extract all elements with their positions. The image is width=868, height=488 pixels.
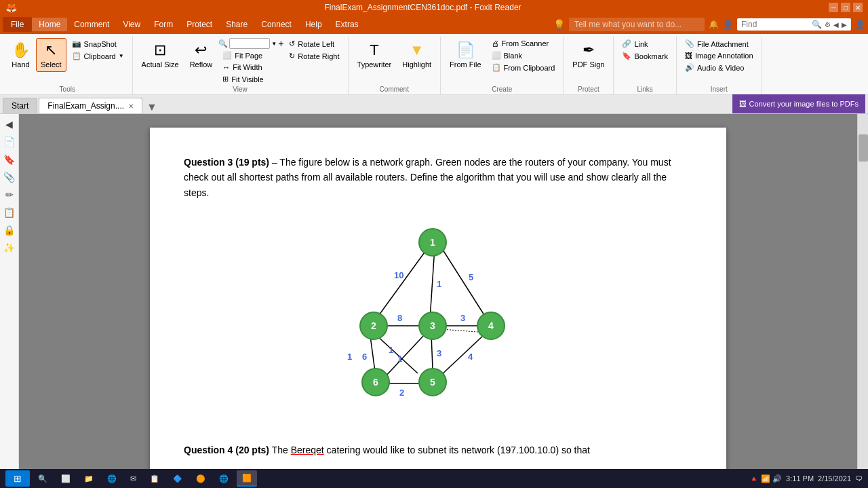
panel-btn-6[interactable]: 🔒 [2, 223, 17, 238]
convert-banner[interactable]: 🖼 Convert your image files to PDFs [732, 94, 865, 113]
question3-text: Question 3 (19 pts) – The figure below i… [184, 155, 692, 200]
taskbar-time: 3:11 PM [786, 474, 814, 483]
taskbar-chrome[interactable]: 🌐 [214, 470, 234, 487]
fit-page-button[interactable]: ⬜ Fit Page [218, 50, 283, 61]
zoom-dropdown-icon[interactable]: ▼ [271, 41, 277, 47]
taskbar-edge[interactable]: 🌐 [102, 470, 122, 487]
question4-text: Question 4 (20 pts) The Bereqet catering… [184, 445, 692, 455]
from-clipboard-button[interactable]: 📋 From Clipboard [488, 62, 559, 73]
tab-doc-label: FinalExam_Assign.... [47, 101, 124, 111]
svg-text:4: 4 [468, 352, 473, 362]
notification-icon[interactable]: 🔔 [709, 20, 719, 29]
protect-menu[interactable]: Protect [180, 18, 219, 31]
tab-dropdown-icon[interactable]: ▼ [144, 101, 160, 113]
zoom-input[interactable]: 158.09% [229, 38, 270, 49]
user-icon[interactable]: 👤 [723, 20, 733, 29]
rotate-right-button[interactable]: ↻ Rotate Right [285, 50, 343, 62]
rotate-col: ↺ Rotate Left ↻ Rotate Right [285, 38, 343, 62]
snapshot-button[interactable]: 📷 SnapShot [68, 38, 128, 50]
fit-visible-button[interactable]: ⊞ Fit Visible [218, 73, 283, 85]
zoom-control: 🔍 158.09% ▼ + [218, 38, 283, 49]
taskbar-task-view[interactable]: ⬜ [56, 470, 76, 487]
panel-btn-2[interactable]: 🔖 [2, 152, 17, 167]
taskbar-firefox[interactable]: 🟠 [191, 470, 211, 487]
reflow-button[interactable]: ↩ Reflow [185, 38, 218, 72]
clipboard-dropdown-icon[interactable]: ▼ [119, 53, 124, 59]
account-icon[interactable]: 👤 [855, 20, 865, 29]
zoom-out-icon[interactable]: 🔍 [218, 39, 228, 48]
share-menu[interactable]: Share [219, 18, 254, 31]
scrollbar-thumb[interactable] [859, 134, 868, 162]
form-menu[interactable]: Form [147, 18, 180, 31]
tab-close-icon[interactable]: ✕ [128, 102, 134, 110]
extras-menu[interactable]: Extras [329, 18, 366, 31]
from-scanner-button[interactable]: 🖨 From Scanner [488, 38, 559, 49]
actual-size-icon: ⊡ [154, 41, 166, 59]
panel-btn-5[interactable]: 📋 [2, 205, 17, 220]
hand-icon: ✋ [12, 41, 30, 59]
find-input[interactable] [741, 20, 809, 29]
ribbon-protect-group: ✒ PDF Sign Protect [564, 37, 614, 94]
typewriter-button[interactable]: T Typewriter [353, 38, 397, 72]
find-next-icon[interactable]: ▶ [842, 21, 847, 29]
audio-video-button[interactable]: 🔊 Audio & Video [681, 62, 757, 73]
help-menu[interactable]: Help [298, 18, 329, 31]
select-icon: ↖ [45, 41, 57, 59]
notification-center-icon[interactable]: 🗨 [855, 474, 863, 483]
taskbar-foxit[interactable]: 🟧 [237, 470, 257, 487]
q4-heading: Question 4 (20 pts) [184, 445, 269, 455]
image-annotation-button[interactable]: 🖼 Image Annotation [681, 50, 757, 61]
q4-description: The Bereqet catering would like to subne… [272, 445, 590, 455]
start-button[interactable]: ⊞ [5, 470, 30, 487]
svg-text:2: 2 [399, 388, 404, 398]
taskbar: ⊞ 🔍 ⬜ 📁 🌐 ✉ 📋 🔷 🟠 🌐 🟧 🔺 📶 🔊 3:11 PM 2/15… [0, 469, 868, 488]
minimize-button[interactable]: ─ [829, 3, 838, 12]
file-menu[interactable]: File [3, 17, 32, 32]
view-menu[interactable]: View [116, 18, 147, 31]
clipboard-button[interactable]: 📋 Clipboard ▼ [68, 50, 128, 62]
find-prev-icon[interactable]: ◀ [833, 21, 839, 29]
tell-me-input[interactable] [569, 18, 705, 31]
pdf-sign-button[interactable]: ✒ PDF Sign [568, 38, 609, 72]
link-button[interactable]: 🔗 Link [618, 38, 672, 50]
blank-button[interactable]: ⬜ Blank [488, 50, 559, 61]
hand-button[interactable]: ✋ Hand [7, 38, 35, 72]
taskbar-icons: 🔺 📶 🔊 [749, 474, 782, 483]
connect-menu[interactable]: Connect [254, 18, 298, 31]
comment-menu[interactable]: Comment [67, 18, 116, 31]
svg-text:10: 10 [394, 270, 403, 280]
panel-btn-4[interactable]: ✏ [2, 187, 17, 202]
select-button[interactable]: ↖ Select [36, 38, 66, 72]
find-search-icon[interactable]: 🔍 [812, 20, 822, 29]
collapse-btn[interactable]: ◀ [2, 117, 17, 132]
zoom-in-icon[interactable]: + [278, 38, 283, 49]
taskbar-notes[interactable]: 📋 [144, 470, 165, 487]
blank-icon: ⬜ [492, 51, 501, 60]
home-menu[interactable]: Home [32, 18, 67, 31]
maximize-button[interactable]: □ [841, 3, 850, 12]
fit-width-button[interactable]: ↔ Fit Width [218, 62, 283, 73]
from-file-button[interactable]: 📄 From File [445, 38, 486, 72]
right-scrollbar[interactable] [857, 114, 868, 469]
file-attachment-button[interactable]: 📎 File Attachment [681, 38, 757, 50]
close-button[interactable]: ✕ [853, 3, 863, 12]
rotate-left-button[interactable]: ↺ Rotate Left [285, 38, 343, 50]
taskbar-date: 2/15/2021 [818, 474, 851, 483]
panel-btn-7[interactable]: ✨ [2, 240, 17, 255]
actual-size-button[interactable]: ⊡ Actual Size [137, 38, 184, 72]
panel-btn-1[interactable]: 📄 [2, 134, 17, 149]
bookmark-button[interactable]: 🔖 Bookmark [618, 50, 672, 62]
rotate-right-icon: ↻ [289, 52, 295, 60]
find-options-icon[interactable]: ⚙ [825, 21, 831, 29]
taskbar-search[interactable]: 🔍 [33, 470, 53, 487]
taskbar-mail[interactable]: ✉ [125, 470, 142, 487]
highlight-button[interactable]: ▼ Highlight [397, 38, 436, 72]
taskbar-app1[interactable]: 🔷 [167, 470, 188, 487]
taskbar-explorer[interactable]: 📁 [79, 470, 99, 487]
tab-start[interactable]: Start [3, 98, 37, 113]
tab-start-label: Start [12, 101, 28, 111]
svg-line-1 [430, 248, 435, 319]
convert-icon: 🖼 [739, 100, 747, 108]
tab-current-doc[interactable]: FinalExam_Assign.... ✕ [39, 98, 142, 113]
panel-btn-3[interactable]: 📎 [2, 170, 17, 185]
